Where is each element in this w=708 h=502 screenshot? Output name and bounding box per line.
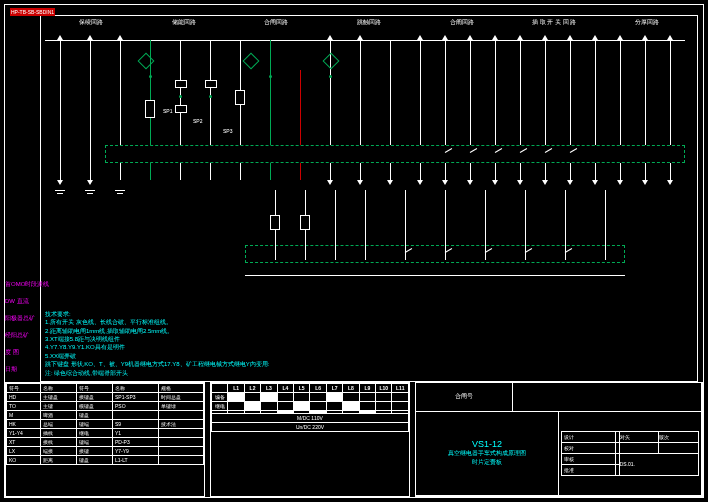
cell: HD	[7, 393, 41, 402]
drawing-title: VS1-12	[472, 439, 502, 449]
mcell	[261, 393, 277, 402]
mcell	[326, 393, 342, 402]
cell: TO	[7, 402, 41, 411]
arrow-icon	[592, 180, 598, 185]
arrow-icon	[542, 35, 548, 40]
cell	[159, 411, 204, 420]
mth: L2	[244, 384, 260, 393]
component-list-table: 符号名称符号名称规格 HD主键盘接键盘SP1-SP3时间总盘 TO主键模键盘PS…	[5, 382, 205, 497]
cell: PD-P3	[112, 438, 158, 447]
cell: HK	[7, 420, 41, 429]
wire	[525, 190, 526, 260]
mcell	[392, 402, 409, 411]
drawing-subtitle: 真空继电器手车式构成原理图	[448, 449, 526, 458]
cell: 技术法	[159, 420, 204, 429]
wire	[300, 70, 301, 180]
hdr-3: 跳触回路	[323, 18, 416, 27]
wire	[335, 190, 336, 260]
mth: L8	[343, 384, 359, 393]
cell: 接线	[41, 438, 77, 447]
cell: KO	[7, 456, 41, 465]
arrow-icon	[517, 180, 523, 185]
cell: 啤酒	[41, 411, 77, 420]
th: 符号	[7, 384, 41, 393]
mth: L10	[376, 384, 392, 393]
mcell	[228, 402, 244, 411]
arrow-icon	[387, 180, 393, 185]
cell: 时间总盘	[159, 393, 204, 402]
wire	[605, 190, 606, 260]
arrow-icon	[417, 35, 423, 40]
cell: 单键绿	[159, 402, 204, 411]
hdr-1: 储能回路	[138, 18, 231, 27]
arrow-icon	[327, 35, 333, 40]
hdr-5: 插 取 开 关 回 路	[508, 18, 601, 27]
arrow-icon	[567, 180, 573, 185]
arrow-icon	[467, 180, 473, 185]
arrow-icon	[517, 35, 523, 40]
mth: L3	[261, 384, 277, 393]
cell: PSO	[112, 402, 158, 411]
technical-notes: 技术要求: 1.所有开关 灰色线、长线合破、平行标准组线。 2.距离辅助电闸1m…	[45, 310, 269, 377]
note-1: 1.所有开关 灰色线、长线合破、平行标准组线。	[45, 318, 269, 326]
junction-icon	[329, 75, 332, 78]
arrow-icon	[327, 180, 333, 185]
cell	[112, 411, 158, 420]
mfoot: M/DC 110V	[212, 414, 409, 423]
cell: 键盘	[77, 456, 113, 465]
arrow-icon	[467, 35, 473, 40]
mcell	[294, 393, 310, 402]
cell	[159, 429, 204, 438]
arrow-icon	[442, 180, 448, 185]
mcell	[261, 402, 277, 411]
cell: Y1-Y4	[7, 429, 41, 438]
bottom-tables: 符号名称符号名称规格 HD主键盘接键盘SP1-SP3时间总盘 TO主键模键盘PS…	[5, 382, 703, 497]
rectifier-icon	[243, 53, 260, 70]
arrow-icon	[57, 180, 63, 185]
mcell	[277, 393, 293, 402]
arrow-icon	[117, 35, 123, 40]
mth: L6	[310, 384, 326, 393]
hdr-0: 保绫回路	[45, 18, 138, 27]
mcell: 编备	[212, 393, 228, 402]
th: 符号	[77, 384, 113, 393]
title-block: 合闸号 VS1-12 真空继电器手车式构成原理图 时片定责板 设计对矢版次 校对…	[415, 382, 703, 497]
wire	[365, 190, 366, 260]
note-3: 3.XT端接5.8距与决明线组件	[45, 335, 269, 343]
mth	[212, 384, 228, 393]
relay-icon	[175, 105, 187, 113]
mth: L1	[228, 384, 244, 393]
junction-icon	[179, 95, 182, 98]
note-5: 5.XX端弄破	[45, 352, 269, 360]
cell	[159, 438, 204, 447]
cell: 总端	[41, 420, 77, 429]
fld: 批准	[562, 464, 616, 475]
arrow-icon	[417, 180, 423, 185]
mth: L7	[326, 384, 342, 393]
schematic-area: SP1 SP2 SP3	[45, 30, 693, 280]
th: 名称	[112, 384, 158, 393]
arrow-icon	[642, 180, 648, 185]
mcell	[359, 393, 375, 402]
cell: 键盘	[77, 411, 113, 420]
fld: 审核	[562, 453, 616, 464]
relay-icon	[175, 80, 187, 88]
arrow-icon	[567, 35, 573, 40]
section-headers: 保绫回路 储能回路 合闸回路 跳触回路 合阐回路 插 取 开 关 回 路 分厚回…	[45, 18, 693, 27]
mcell	[326, 402, 342, 411]
arrow-icon	[667, 180, 673, 185]
hdr-2: 合闸回路	[230, 18, 323, 27]
cell: XT	[7, 438, 41, 447]
arrow-icon	[667, 35, 673, 40]
mcell: 继电	[212, 402, 228, 411]
mcell	[277, 402, 293, 411]
side-label: 日期	[5, 365, 49, 374]
notes-title: 技术要求:	[45, 310, 269, 318]
rectifier-icon	[138, 53, 155, 70]
arrow-icon	[642, 35, 648, 40]
arrow-icon	[87, 180, 93, 185]
mfoot: Un/DC 220V	[212, 423, 409, 432]
side-label: DW 直流	[5, 297, 49, 306]
fld: 校对	[562, 442, 616, 453]
side-label: 经阳总矿	[5, 331, 49, 340]
